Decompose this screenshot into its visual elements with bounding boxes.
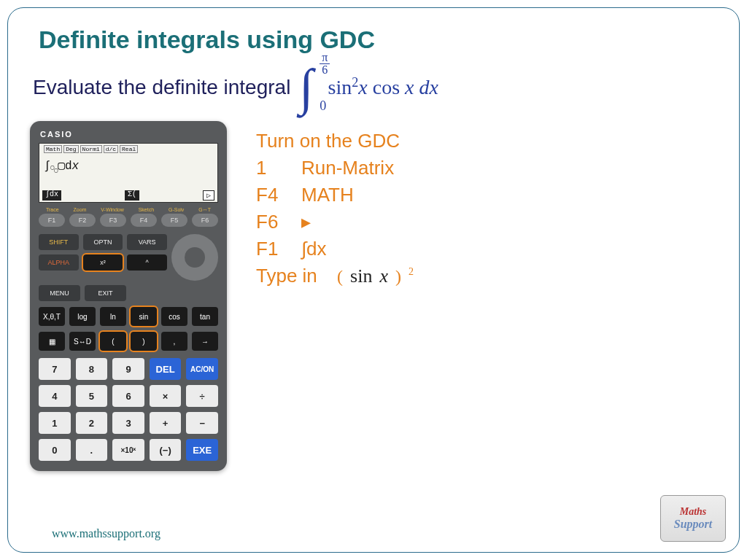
f-key-labels: TraceZoomV-WindowSketchG-SolvG↔T [39,207,218,212]
xthetat-key[interactable]: X,θ,T [39,307,65,326]
alpha-key[interactable]: ALPHA [39,254,79,271]
key-1[interactable]: 1 [39,412,71,434]
menu-key[interactable]: MENU [39,285,80,301]
mid-keys: SHIFT OPTN VARS ALPHA x² ^ [39,234,167,281]
screen-softkeys: ∫dx Σ( ▷ [42,190,214,201]
key-7[interactable]: 7 [39,358,71,380]
x-squared-key[interactable]: x² [83,254,123,271]
key-dot[interactable]: . [76,439,108,461]
key-6[interactable]: 6 [112,385,144,407]
instr-f1: F1 ∫dx [256,238,717,260]
triangle-right-icon: ▸ [301,211,311,233]
caret-key[interactable]: ^ [127,254,167,271]
problem-prompt: Evaluate the definite integral ∫ π 6 0 s… [33,67,717,108]
key-0[interactable]: 0 [39,439,71,461]
integral-sign-icon: ∫ [299,67,313,108]
screen-body: ∫▢▢▢dx [44,158,79,174]
key-mul[interactable]: × [150,385,182,407]
key-add[interactable]: + [150,412,182,434]
instr-typein: Type in ( sin x ) 2 [256,265,717,287]
f1-key[interactable]: F1 [39,214,65,227]
key-neg[interactable]: (−) [150,439,182,461]
dpad[interactable] [171,234,218,281]
calculator-device: CASIO Math Deg Norm1 d/c Real ∫▢▢▢dx ∫dx… [30,121,227,471]
f2-key[interactable]: F2 [69,214,96,227]
ac-key[interactable]: AC/ON [186,358,218,380]
f3-key[interactable]: F3 [100,214,126,227]
calculator-brand: CASIO [40,130,218,139]
integrand: sin2x cos x dx [328,75,438,99]
footer-url: www.mathssupport.org [52,527,160,540]
key-4[interactable]: 4 [39,385,71,407]
shift-key[interactable]: SHIFT [39,234,79,250]
page-title: Definite integrals using GDC [39,26,717,54]
maths-support-logo: Maths Support [660,495,726,542]
f-keys-row: F1 F2 F3 F4 F5 F6 [39,214,218,227]
screen-status-tabs: Math Deg Norm1 d/c Real [44,145,138,153]
key-exp[interactable]: ×10ˣ [112,439,144,461]
f5-key[interactable]: F5 [161,214,187,227]
exit-key[interactable]: EXIT [85,285,126,301]
numpad: 7 8 9 DEL AC/ON 4 5 6 × ÷ 1 2 3 + − 0 . … [39,358,218,461]
key-3[interactable]: 3 [112,412,144,434]
instructions: Turn on the GDC 1 Run-Matrix F4 MATH F6 … [256,121,717,471]
arrow-key[interactable]: → [192,332,218,351]
sd-key[interactable]: S↔D [69,332,96,351]
key-5[interactable]: 5 [76,385,108,407]
rparen-key[interactable]: ) [131,332,157,351]
key-sub[interactable]: − [186,412,218,434]
sci-row-2: ▦ S↔D ( ) , → [39,332,218,351]
exe-key[interactable]: EXE [186,439,218,461]
key-2[interactable]: 2 [76,412,108,434]
instr-run-matrix: 1 Run-Matrix [256,157,717,179]
f6-key[interactable]: F6 [192,214,218,227]
instr-turn-on: Turn on the GDC [256,130,717,152]
comma-key[interactable]: , [161,332,187,351]
slide-frame: Definite integrals using GDC Evaluate th… [7,7,740,553]
instr-f6: F6 ▸ [256,211,717,233]
lparen-key[interactable]: ( [100,332,126,351]
key-div[interactable]: ÷ [186,385,218,407]
frac-key[interactable]: ▦ [39,332,65,351]
lower-limit: 0 [320,98,326,114]
vars-key[interactable]: VARS [127,234,167,250]
cos-key[interactable]: cos [161,307,187,326]
f4-key[interactable]: F4 [131,214,157,227]
upper-limit: π 6 [320,52,330,76]
del-key[interactable]: DEL [150,358,182,380]
prompt-text: Evaluate the definite integral [33,76,290,99]
sci-row-1: X,θ,T log ln sin cos tan [39,307,218,326]
key-9[interactable]: 9 [112,358,144,380]
optn-key[interactable]: OPTN [83,234,123,250]
sin-key[interactable]: sin [131,307,157,326]
ln-key[interactable]: ln [100,307,126,326]
tan-key[interactable]: tan [192,307,218,326]
calculator-screen: Math Deg Norm1 d/c Real ∫▢▢▢dx ∫dx Σ( ▷ [39,143,218,203]
instr-math: F4 MATH [256,184,717,206]
key-8[interactable]: 8 [76,358,108,380]
integral-expression: ∫ π 6 0 sin2x cos x dx [299,67,438,108]
log-key[interactable]: log [69,307,96,326]
